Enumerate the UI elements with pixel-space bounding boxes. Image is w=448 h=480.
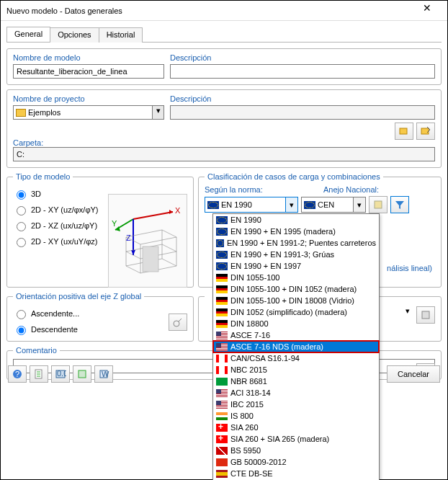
side-button-1[interactable] (416, 306, 435, 324)
norma-option[interactable]: DIN 1055-100 (213, 272, 379, 283)
es-flag-icon (216, 470, 228, 478)
folder-input[interactable] (13, 147, 435, 161)
in-flag-icon (216, 412, 228, 420)
model-desc-input[interactable] (170, 64, 435, 79)
folder-label: Carpeta: (13, 138, 43, 147)
svg-line-18 (179, 319, 182, 321)
norma-option[interactable]: EN 1990 + EN 1995 (madera) (213, 226, 379, 237)
project-btn-1[interactable] (395, 123, 413, 140)
toolbar-btn-4[interactable] (73, 365, 91, 383)
svg-point-17 (174, 321, 179, 326)
svg-line-2 (133, 212, 173, 219)
eu-flag-icon (207, 201, 219, 209)
norma-option[interactable]: BS 5950 (213, 445, 379, 456)
de-flag-icon (216, 308, 228, 316)
toolbar-btn-2[interactable] (30, 365, 48, 383)
toolbar-btn-5[interactable]: W (94, 365, 113, 383)
fieldset-project: Nombre de proyecto Ejemplos ▾ Descripció… (6, 89, 442, 168)
clasif-btn-1[interactable] (369, 196, 387, 213)
project-dropdown-arrow[interactable]: ▾ (152, 106, 163, 119)
de-flag-icon (216, 320, 228, 328)
tab-strip: General Opciones Historial (6, 27, 442, 43)
norma-option[interactable]: EN 1990 + EN 1991-2; Puentes carreteros (213, 237, 379, 249)
svg-text:?: ? (15, 370, 19, 378)
close-button[interactable]: ✕ (413, 2, 442, 19)
norma-option[interactable]: SIA 260 (213, 422, 379, 433)
eu-flag-icon (216, 251, 228, 259)
project-desc-input[interactable] (170, 105, 435, 120)
comentario-legend: Comentario (13, 346, 60, 355)
anejo-label: Anejo Nacional: (323, 185, 435, 194)
norma-label: Según la norma: (205, 185, 316, 194)
fieldset-model: Nombre de modelo Descripción (6, 48, 442, 85)
svg-rect-16 (375, 201, 382, 208)
chevron-down-icon[interactable]: ▾ (285, 197, 297, 212)
norma-option[interactable]: ACI 318-14 (213, 387, 379, 399)
norma-option[interactable]: ASCE 7-16 (213, 329, 379, 341)
project-desc-label: Descripción (170, 94, 435, 103)
norma-option[interactable]: NBR 8681 (213, 375, 379, 387)
filter-button[interactable] (390, 196, 409, 213)
tab-historial[interactable]: Historial (99, 27, 143, 43)
project-name-label: Nombre de proyecto (13, 94, 164, 103)
svg-text:W: W (102, 370, 109, 378)
cancel-button[interactable]: Cancelar (387, 365, 440, 383)
ch-flag-icon (216, 435, 228, 443)
project-name-value: Ejemplos (28, 108, 61, 117)
tab-general[interactable]: General (6, 27, 50, 42)
norma-option[interactable]: EN 1990 + EN 1997 (213, 260, 379, 272)
model-desc-label: Descripción (170, 53, 435, 62)
uk-flag-icon (216, 447, 228, 455)
fieldset-tipo-modelo: Tipo de modelo 3D 2D - XY (uz/φx/φY) 2D … (6, 172, 194, 288)
us-flag-icon (216, 389, 228, 397)
chevron-down-icon[interactable]: ▾ (402, 306, 413, 324)
tab-opciones[interactable]: Opciones (50, 27, 99, 43)
svg-rect-1 (421, 128, 429, 134)
fieldset-orientacion: Orientación positiva del eje Z global As… (6, 292, 194, 342)
norma-option[interactable]: DIN 1055-100 + DIN 18008 (Vidrio) (213, 295, 379, 306)
eu-flag-icon (216, 216, 228, 224)
ch-flag-icon (216, 424, 228, 432)
svg-marker-3 (169, 210, 173, 214)
anejo-combobox[interactable]: CEN ▾ (301, 197, 366, 213)
eu-flag-icon (304, 201, 315, 209)
clasif-legend: Clasificación de casos de carga y combin… (205, 172, 383, 181)
us-flag-icon (216, 343, 228, 351)
norma-option[interactable]: ASCE 7-16 NDS (madera) (213, 341, 379, 352)
us-flag-icon (216, 332, 228, 339)
norma-option[interactable]: GB 50009-2012 (213, 456, 379, 468)
norma-option[interactable]: DIN 18800 (213, 318, 379, 329)
orient-icon-button[interactable] (169, 314, 187, 331)
orient-legend: Orientación positiva del eje Z global (13, 292, 144, 301)
radio-descendente[interactable]: Descendente (13, 324, 187, 335)
svg-rect-0 (400, 128, 407, 134)
svg-text:Y: Y (112, 219, 117, 228)
norma-combobox[interactable]: EN 1990 ▾ (205, 197, 298, 213)
norma-option[interactable]: EN 1990 + EN 1991-3; Grúas (213, 249, 379, 260)
norma-dropdown-list[interactable]: EN 1990EN 1990 + EN 1995 (madera)EN 1990… (212, 213, 380, 480)
model-name-input[interactable] (13, 64, 164, 79)
norma-option[interactable]: CTE DB-SE (213, 468, 379, 479)
toolbar-btn-3[interactable]: 0.00 (51, 365, 70, 383)
norma-option[interactable]: SIA 260 + SIA 265 (madera) (213, 433, 379, 445)
norma-option[interactable]: NBC 2015 (213, 364, 379, 375)
chevron-down-icon[interactable]: ▾ (353, 197, 365, 212)
norma-option[interactable]: IBC 2015 (213, 399, 379, 410)
model-preview-image: X Y Z (108, 194, 187, 288)
ca-flag-icon (216, 366, 228, 374)
norma-option[interactable]: IS 800 (213, 410, 379, 422)
tipo-legend: Tipo de modelo (13, 172, 73, 181)
norma-option[interactable]: DIN 1055-100 + DIN 1052 (madera) (213, 283, 379, 295)
eu-flag-icon (216, 262, 228, 270)
svg-rect-19 (422, 311, 429, 319)
window-title: Nuevo modelo - Datos generales (6, 6, 413, 15)
eu-flag-icon (216, 228, 228, 236)
svg-text:X: X (175, 206, 181, 215)
norma-option[interactable]: EN 1990 (213, 214, 379, 226)
norma-option[interactable]: DIN 1052 (simplificado) (madera) (213, 306, 379, 318)
help-button[interactable]: ? (8, 365, 27, 383)
radio-ascendente[interactable]: Ascendente... (13, 308, 187, 319)
project-btn-2[interactable] (416, 123, 435, 140)
norma-option[interactable]: CAN/CSA S16.1-94 (213, 352, 379, 364)
br-flag-icon (216, 378, 228, 386)
